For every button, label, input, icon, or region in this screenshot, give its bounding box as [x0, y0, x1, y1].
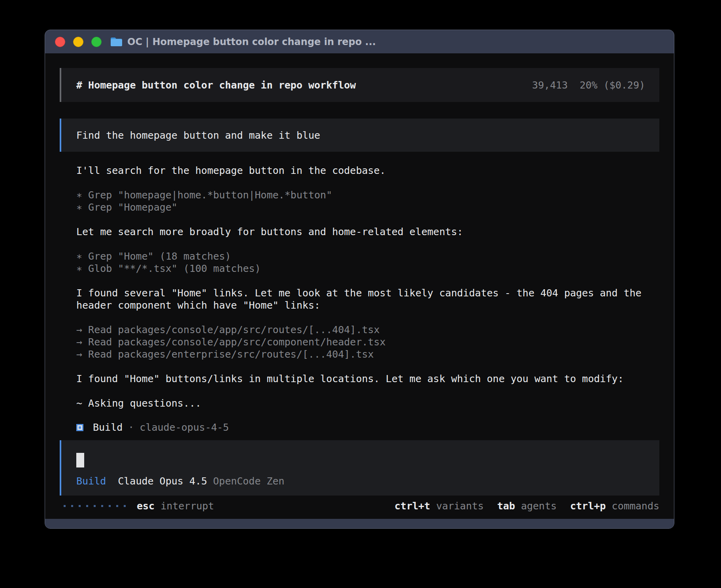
conversation: I'll search for the homepage button in t… [60, 164, 659, 409]
tool-call-read: → Read packages/console/app/src/routes/[… [76, 324, 659, 336]
assistant-text: Let me search more broadly for buttons a… [76, 226, 659, 238]
progress-dot [124, 505, 126, 507]
prompt-footer: Build Claude Opus 4.5 OpenCode Zen [76, 475, 644, 487]
progress-dot [116, 505, 118, 507]
shortcut-agents: tab agents [497, 500, 557, 512]
user-message: Find the homepage button and make it blu… [60, 119, 659, 152]
shortcut-hints: ctrl+t variants tab agents ctrl+p comman… [394, 500, 659, 512]
window-controls [55, 37, 102, 47]
shortcut-interrupt: esc interrupt [137, 500, 214, 512]
token-count: 39,413 [532, 79, 568, 91]
shortcut-label: variants [436, 500, 483, 512]
shortcut-key: esc [137, 500, 155, 512]
terminal-window: OC | Homepage button color change in rep… [45, 30, 674, 529]
progress-dot [94, 505, 96, 507]
shortcut-variants: ctrl+t variants [394, 500, 484, 512]
folder-icon [110, 37, 123, 47]
session-header: # Homepage button color change in repo w… [60, 68, 659, 102]
progress-dot [109, 505, 111, 507]
user-message-text: Find the homepage button and make it blu… [76, 130, 320, 141]
progress-dot [79, 505, 81, 507]
assistant-text: I found several "Home" links. Let me loo… [76, 287, 659, 311]
minimize-window-button[interactable] [73, 37, 83, 47]
status-bar: esc interrupt ctrl+t variants tab agents… [60, 500, 659, 512]
assistant-status-text: ~ Asking questions... [76, 397, 659, 409]
shortcut-commands: ctrl+p commands [570, 500, 659, 512]
prompt-model: Claude Opus 4.5 [118, 475, 207, 487]
tool-call-read: → Read packages/enterprise/src/routes/[.… [76, 348, 659, 360]
progress-dot [86, 505, 88, 507]
shortcut-label: interrupt [160, 500, 214, 512]
window-titlebar[interactable]: OC | Homepage button color change in rep… [45, 30, 674, 53]
tool-call-glob: ∗ Glob "**/*.tsx" (100 matches) [76, 262, 659, 275]
prompt-provider: OpenCode Zen [213, 475, 285, 487]
context-cost: 20% ($0.29) [579, 79, 645, 91]
close-window-button[interactable] [55, 37, 65, 47]
prompt-input[interactable]: Build Claude Opus 4.5 OpenCode Zen [60, 440, 659, 496]
agent-build-icon [76, 424, 83, 431]
agent-status-row: Build · claude-opus-4-5 [60, 422, 659, 433]
fullscreen-window-button[interactable] [91, 37, 102, 47]
progress-dot [71, 505, 73, 507]
shortcut-key: ctrl+t [394, 500, 430, 512]
shortcut-key: ctrl+p [570, 500, 606, 512]
assistant-text: I'll search for the homepage button in t… [76, 164, 659, 177]
text-cursor [76, 453, 84, 467]
tool-call-grep: ∗ Grep "homepage|home.*button|Home.*butt… [76, 189, 659, 201]
tool-call-grep: ∗ Grep "Home" (18 matches) [76, 250, 659, 262]
tool-call-read: → Read packages/console/app/src/componen… [76, 336, 659, 348]
session-title: # Homepage button color change in repo w… [76, 79, 356, 91]
agent-name: Build [93, 422, 123, 433]
progress-dots [64, 505, 126, 507]
shortcut-key: tab [497, 500, 515, 512]
prompt-mode: Build [76, 475, 106, 487]
agent-model: claude-opus-4-5 [140, 422, 229, 433]
shortcut-label: commands [612, 500, 659, 512]
session-meta: 39,413 20% ($0.29) [532, 79, 645, 91]
progress-dot [101, 505, 103, 507]
tool-call-grep: ∗ Grep "Homepage" [76, 201, 659, 213]
terminal-content: # Homepage button color change in repo w… [45, 53, 674, 519]
window-title: OC | Homepage button color change in rep… [127, 36, 376, 47]
assistant-text: I found "Home" buttons/links in multiple… [76, 373, 659, 385]
separator-dot: · [128, 422, 134, 433]
window-bottom-edge [45, 519, 674, 528]
shortcut-label: agents [521, 500, 557, 512]
progress-dot [64, 505, 66, 507]
